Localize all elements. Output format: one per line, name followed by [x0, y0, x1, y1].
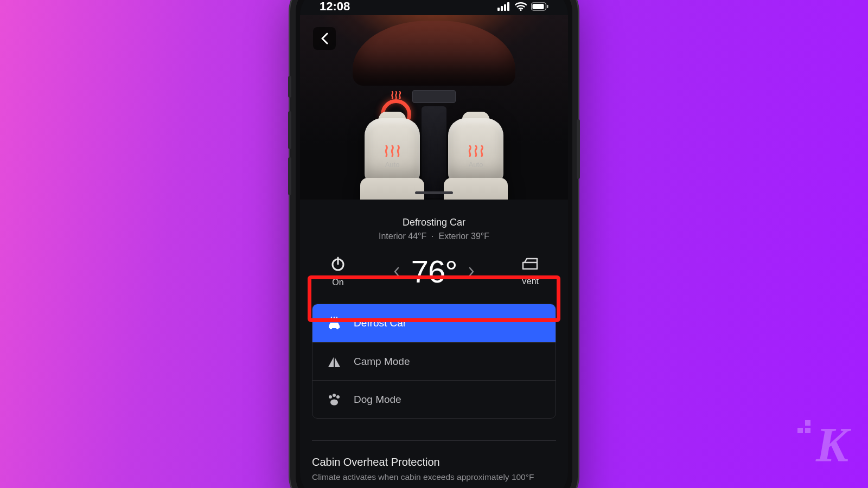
exterior-temp: Exterior 39°F: [438, 232, 489, 241]
temp-decrease-button[interactable]: [390, 265, 404, 279]
power-label: On: [332, 278, 343, 287]
section-heading: Cabin Overheat Protection: [312, 456, 556, 468]
svg-point-11: [336, 327, 339, 330]
svg-rect-7: [547, 5, 548, 8]
power-icon: [330, 256, 346, 272]
passenger-seat-heater[interactable]: Auto: [444, 118, 508, 200]
mode-dog[interactable]: Dog Mode: [312, 380, 556, 418]
svg-rect-2: [504, 4, 506, 11]
mode-defrost-car[interactable]: Defrost Car: [312, 304, 556, 342]
back-button[interactable]: [313, 27, 336, 50]
temperature-control: 76°: [390, 253, 479, 290]
mode-camp[interactable]: Camp Mode: [312, 342, 556, 380]
defrost-icon: [327, 316, 342, 330]
climate-status-title: Defrosting Car: [300, 217, 568, 228]
svg-point-12: [329, 395, 332, 399]
heat-waves-icon: [383, 145, 401, 157]
vent-icon: [521, 257, 539, 271]
tent-icon: [327, 355, 342, 368]
phone-side-button: [288, 111, 291, 149]
driver-seat-heater[interactable]: Auto: [360, 118, 424, 200]
temp-increase-button[interactable]: [464, 265, 478, 279]
car-roof: [353, 21, 515, 86]
mode-label: Dog Mode: [354, 394, 401, 406]
svg-rect-6: [533, 4, 544, 9]
phone-frame: 12:08: [290, 0, 578, 488]
climate-status: Defrosting Car Interior 44°F · Exterior …: [300, 217, 568, 241]
phone-side-button: [288, 76, 291, 98]
car-center-console: [422, 106, 446, 198]
svg-point-14: [336, 395, 340, 399]
watermark-logo: K: [816, 417, 846, 473]
vent-button[interactable]: Vent: [508, 257, 552, 286]
svg-rect-0: [497, 8, 500, 11]
svg-point-13: [333, 394, 336, 397]
heat-waves-icon: [467, 145, 485, 157]
battery-icon: [531, 2, 548, 11]
svg-point-10: [330, 327, 333, 330]
phone-side-button: [288, 157, 291, 195]
vent-label: Vent: [521, 277, 539, 286]
temperature-value[interactable]: 76°: [411, 253, 457, 290]
phone-screen: 12:08: [300, 0, 568, 488]
svg-rect-3: [507, 2, 509, 11]
heat-waves-icon: [390, 91, 402, 102]
paw-icon: [327, 393, 342, 406]
phone-side-button: [577, 119, 580, 179]
status-time: 12:08: [320, 0, 350, 14]
chevron-left-icon: [321, 33, 328, 44]
mode-label: Camp Mode: [354, 356, 410, 368]
cellular-icon: [497, 2, 510, 11]
drag-handle[interactable]: [415, 191, 453, 194]
seat-mode-label: Auto: [469, 160, 483, 169]
chevron-right-icon: [468, 267, 475, 277]
climate-modes-list: Defrost Car Camp Mode Dog Mode: [312, 304, 556, 419]
wifi-icon: [515, 2, 527, 11]
interior-temp: Interior 44°F: [379, 232, 426, 241]
mode-label: Defrost Car: [354, 317, 406, 329]
status-bar: 12:08: [300, 0, 568, 15]
svg-point-4: [520, 9, 521, 11]
separator-dot: ·: [431, 232, 433, 241]
car-dash-screen: [412, 90, 456, 103]
svg-rect-1: [501, 6, 503, 11]
climate-power-toggle[interactable]: On: [316, 256, 360, 287]
chevron-left-icon: [393, 267, 400, 277]
cabin-overheat-section: Cabin Overheat Protection Climate activa…: [312, 440, 556, 483]
car-visualization[interactable]: Auto Auto: [300, 15, 568, 200]
seat-mode-label: Auto: [385, 160, 400, 169]
section-description: Climate activates when cabin exceeds app…: [312, 472, 556, 483]
svg-point-15: [330, 399, 338, 405]
